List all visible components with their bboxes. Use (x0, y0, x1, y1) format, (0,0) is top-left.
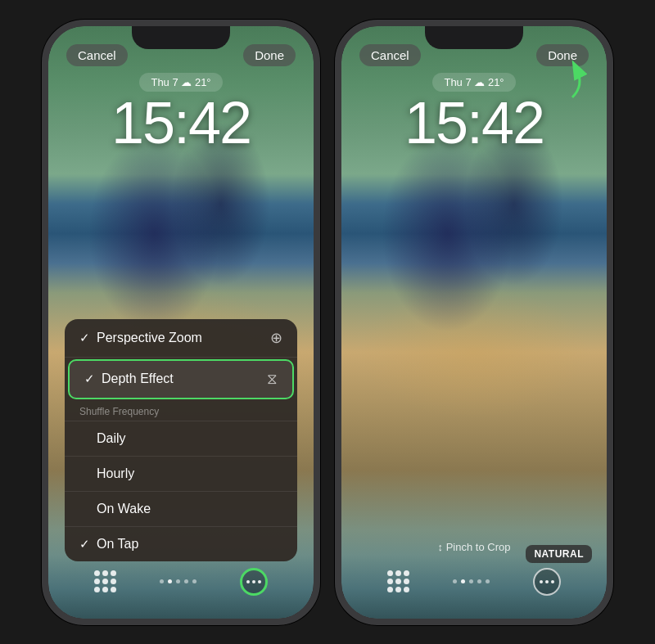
perspective-zoom-label: Perspective Zoom (97, 331, 270, 345)
right-phone: Cancel Done Thu 7 ☁ 21° 15:42 (335, 20, 613, 625)
depth-effect-icon: ⧖ (267, 371, 278, 388)
menu-item-on-tap[interactable]: ✓ On Tap (65, 527, 297, 561)
weather-date-text-left: Thu 7 ☁ 21° (151, 76, 210, 88)
menu-item-depth-effect[interactable]: ✓ Depth Effect ⧖ (68, 359, 294, 399)
perspective-zoom-icon: ⊕ (270, 329, 282, 347)
on-wake-label: On Wake (97, 502, 282, 516)
left-phone: Cancel Done Thu 7 ☁ 21° 15:42 ✓ Perspect… (42, 20, 320, 625)
dropdown-menu: ✓ Perspective Zoom ⊕ ✓ Depth Effect ⧖ Sh… (65, 319, 297, 561)
weather-date-text-right: Thu 7 ☁ 21° (444, 76, 504, 88)
menu-item-perspective-zoom[interactable]: ✓ Perspective Zoom ⊕ (65, 319, 297, 358)
notch-right (425, 26, 523, 49)
green-arrow-icon (540, 61, 589, 101)
menu-item-on-wake[interactable]: ✓ On Wake (65, 492, 297, 527)
check-on-tap: ✓ (79, 537, 90, 552)
check-depth-effect: ✓ (84, 372, 95, 386)
daily-label: Daily (97, 431, 282, 446)
cancel-button-right[interactable]: Cancel (359, 44, 421, 66)
notch (132, 26, 230, 49)
on-tap-label: On Tap (97, 537, 282, 552)
time-display-left: 15:42 (48, 93, 314, 152)
cancel-button-left[interactable]: Cancel (66, 44, 128, 66)
weather-date-left: Thu 7 ☁ 21° (48, 73, 314, 92)
arrow-indicator (540, 61, 589, 105)
done-button-left[interactable]: Done (243, 44, 296, 66)
hourly-label: Hourly (97, 466, 282, 481)
menu-item-hourly[interactable]: ✓ Hourly (65, 457, 297, 492)
shuffle-frequency-label: Shuffle Frequency (65, 401, 297, 421)
lock-screen-right: Cancel Done Thu 7 ☁ 21° 15:42 (341, 26, 607, 619)
depth-effect-label: Depth Effect (102, 372, 267, 386)
menu-item-daily[interactable]: ✓ Daily (65, 421, 297, 457)
check-perspective-zoom: ✓ (79, 331, 90, 345)
